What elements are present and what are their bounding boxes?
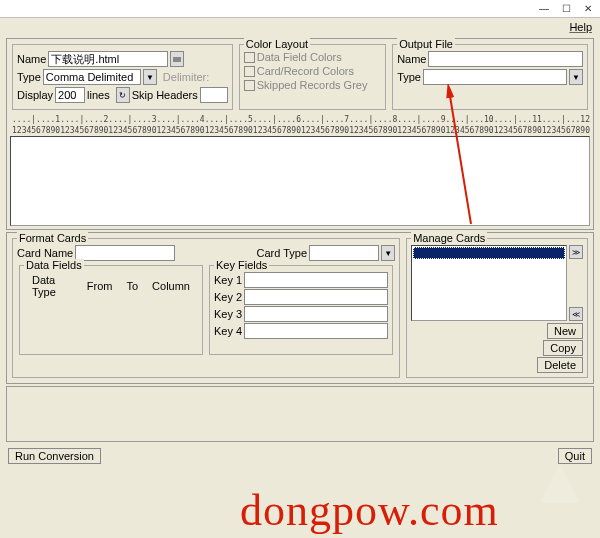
double-chevron-up-icon: ≫ <box>572 248 580 257</box>
svg-marker-3 <box>540 463 580 503</box>
card-type-dropdown[interactable]: ▼ <box>381 245 395 261</box>
run-conversion-button[interactable]: Run Conversion <box>8 448 101 464</box>
output-file-title: Output File <box>397 38 455 50</box>
move-down-button[interactable]: ≪ <box>569 307 583 321</box>
ruler-scale: ....|....1....|....2....|....3....|....4… <box>10 114 590 125</box>
data-field-colors-label: Data Field Colors <box>257 51 342 63</box>
col-column: Column <box>146 274 196 298</box>
maximize-button[interactable]: ☐ <box>556 2 576 16</box>
menubar: Help <box>0 18 600 36</box>
input-name-browse[interactable] <box>170 51 184 67</box>
input-name-field[interactable] <box>48 51 168 67</box>
double-chevron-down-icon: ≪ <box>572 310 580 319</box>
quit-button[interactable]: Quit <box>558 448 592 464</box>
format-cards-group: Format Cards Card Name Card Type ▼ Data … <box>12 238 400 378</box>
ruler-columns: 1234567890123456789012345678901234567890… <box>10 125 590 136</box>
card-record-colors-label: Card/Record Colors <box>257 65 354 77</box>
output-name-field[interactable] <box>428 51 583 67</box>
copy-card-button[interactable]: Copy <box>543 340 583 356</box>
skipped-grey-checkbox[interactable] <box>244 80 255 91</box>
cards-listbox[interactable] <box>411 245 567 321</box>
data-fields-group: Data Fields Data Type From To Column <box>19 265 203 355</box>
color-layout-title: Color Layout <box>244 38 310 50</box>
key4-label: Key 4 <box>214 325 242 337</box>
delimiter-label: Delimiter: <box>163 71 209 83</box>
manage-cards-title: Manage Cards <box>411 232 487 244</box>
window-titlebar: — ☐ ✕ <box>0 0 600 18</box>
skip-headers-label: Skip Headers <box>132 89 198 101</box>
key1-label: Key 1 <box>214 274 242 286</box>
card-name-label: Card Name <box>17 247 73 259</box>
output-type-dropdown[interactable]: ▼ <box>569 69 583 85</box>
data-fields-title: Data Fields <box>24 259 84 271</box>
move-up-button[interactable]: ≫ <box>569 245 583 259</box>
data-fields-table: Data Type From To Column <box>24 272 198 300</box>
input-type-field[interactable] <box>43 69 141 85</box>
selected-card-row[interactable] <box>413 247 565 259</box>
display-lines-field[interactable] <box>55 87 85 103</box>
format-cards-title: Format Cards <box>17 232 88 244</box>
refresh-button[interactable]: ↻ <box>116 87 130 103</box>
new-card-button[interactable]: New <box>547 323 583 339</box>
close-button[interactable]: ✕ <box>578 2 598 16</box>
key-fields-group: Key Fields Key 1 Key 2 Key 3 Key 4 <box>209 265 393 355</box>
card-type-field[interactable] <box>309 245 379 261</box>
key2-label: Key 2 <box>214 291 242 303</box>
watermark-text: dongpow.com <box>240 485 499 536</box>
key3-field[interactable] <box>244 306 388 322</box>
top-panel: Name Type ▼ Delimiter: Display lines <box>6 38 594 230</box>
name-label: Name <box>17 53 46 65</box>
delete-card-button[interactable]: Delete <box>537 357 583 373</box>
log-panel <box>6 386 594 442</box>
footer-bar: Run Conversion Quit <box>0 444 600 468</box>
col-data-type: Data Type <box>26 274 79 298</box>
skipped-grey-label: Skipped Records Grey <box>257 79 368 91</box>
display-label: Display <box>17 89 53 101</box>
key-fields-title: Key Fields <box>214 259 269 271</box>
col-to: To <box>120 274 144 298</box>
key2-field[interactable] <box>244 289 388 305</box>
chevron-down-icon: ▼ <box>384 249 392 258</box>
col-from: From <box>81 274 119 298</box>
data-field-colors-checkbox[interactable] <box>244 52 255 63</box>
card-name-field[interactable] <box>75 245 175 261</box>
svg-rect-0 <box>173 57 181 62</box>
chevron-down-icon: ▼ <box>146 73 154 82</box>
display-suffix: lines <box>87 89 110 101</box>
refresh-icon: ↻ <box>119 91 126 100</box>
folder-icon <box>173 55 181 63</box>
key3-label: Key 3 <box>214 308 242 320</box>
card-record-colors-checkbox[interactable] <box>244 66 255 77</box>
output-type-field[interactable] <box>423 69 567 85</box>
skip-headers-field[interactable] <box>200 87 228 103</box>
data-preview-area[interactable] <box>10 136 590 226</box>
chevron-down-icon: ▼ <box>572 73 580 82</box>
input-file-group: Name Type ▼ Delimiter: Display lines <box>12 44 233 110</box>
output-name-label: Name <box>397 53 426 65</box>
key4-field[interactable] <box>244 323 388 339</box>
type-label: Type <box>17 71 41 83</box>
output-type-label: Type <box>397 71 421 83</box>
card-type-label: Card Type <box>257 247 308 259</box>
menu-help[interactable]: Help <box>569 21 592 33</box>
key1-field[interactable] <box>244 272 388 288</box>
color-layout-group: Color Layout Data Field Colors Card/Reco… <box>239 44 386 110</box>
input-type-dropdown[interactable]: ▼ <box>143 69 157 85</box>
minimize-button[interactable]: — <box>534 2 554 16</box>
cards-panel: Format Cards Card Name Card Type ▼ Data … <box>6 232 594 384</box>
manage-cards-group: Manage Cards ≫ ≪ New Copy Delete <box>406 238 588 378</box>
output-file-group: Output File Name Type ▼ <box>392 44 588 110</box>
